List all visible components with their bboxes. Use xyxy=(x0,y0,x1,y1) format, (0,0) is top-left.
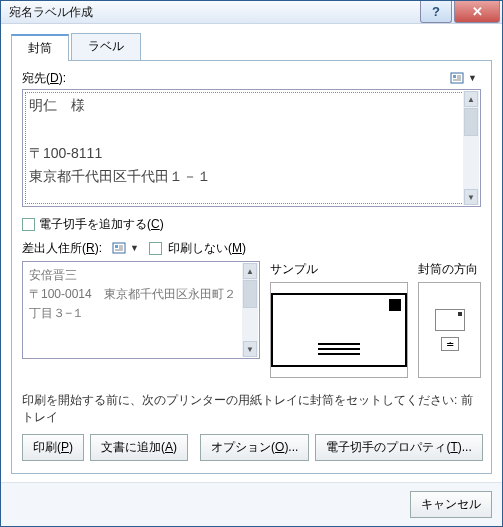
address-book-dropdown[interactable]: ▼ xyxy=(446,69,481,87)
sender-textarea-wrap: 安倍晋三 〒100-0014 東京都千代田区永田町２丁目３−１ ▲ ▼ xyxy=(22,261,260,359)
dialog-window: 宛名ラベル作成 ? ✕ 封筒 ラベル 宛先(D): ▼ xyxy=(0,0,503,527)
tab-envelope[interactable]: 封筒 xyxy=(11,34,69,61)
address-lines-icon xyxy=(318,343,360,355)
chevron-down-icon: ▼ xyxy=(468,73,477,83)
window-title: 宛名ラベル作成 xyxy=(9,4,420,21)
tab-strip: 封筒 ラベル xyxy=(11,33,492,60)
scroll-down-icon[interactable]: ▼ xyxy=(243,341,257,357)
print-button[interactable]: 印刷(P) xyxy=(22,434,84,461)
recipient-label: 宛先(D): xyxy=(22,70,446,87)
estamp-label: 電子切手を追加する(C) xyxy=(39,216,164,233)
estamp-properties-button[interactable]: 電子切手のプロパティ(T)... xyxy=(315,434,482,461)
add-to-document-button[interactable]: 文書に追加(A) xyxy=(90,434,188,461)
feed-direction-icon: ≐ xyxy=(441,337,459,351)
orientation-envelope-icon xyxy=(435,309,465,331)
sample-header: サンプル xyxy=(270,261,408,278)
button-row: 印刷(P) 文書に追加(A) オプション(O)... 電子切手のプロパティ(T)… xyxy=(22,434,481,461)
envelope-icon xyxy=(271,293,407,367)
orientation-preview[interactable]: ≐ xyxy=(418,282,481,378)
close-button[interactable]: ✕ xyxy=(454,1,500,23)
content-area: 封筒 ラベル 宛先(D): ▼ 明仁 様 〒100-8111 東京都千代田区千代… xyxy=(1,24,502,482)
cancel-button[interactable]: キャンセル xyxy=(410,491,492,518)
help-button[interactable]: ? xyxy=(420,1,452,23)
sender-textarea[interactable]: 安倍晋三 〒100-0014 東京都千代田区永田町２丁目３−１ xyxy=(23,262,259,358)
address-book-icon xyxy=(112,241,128,255)
sender-label-row: 差出人住所(R): ▼ 印刷しない(M) xyxy=(22,239,481,257)
recipient-textarea[interactable]: 明仁 様 〒100-8111 東京都千代田区千代田１－１ xyxy=(23,90,480,206)
tab-panel-envelope: 宛先(D): ▼ 明仁 様 〒100-8111 東京都千代田区千代田１－１ ▲ … xyxy=(11,60,492,474)
titlebar-buttons: ? ✕ xyxy=(420,1,502,23)
sender-column: 安倍晋三 〒100-0014 東京都千代田区永田町２丁目３−１ ▲ ▼ xyxy=(22,261,260,378)
scrollbar[interactable]: ▲ ▼ xyxy=(463,91,479,205)
scroll-down-icon[interactable]: ▼ xyxy=(464,189,478,205)
sample-preview[interactable] xyxy=(270,282,408,378)
estamp-checkbox[interactable] xyxy=(22,218,35,231)
sample-group: サンプル xyxy=(270,261,408,378)
options-button[interactable]: オプション(O)... xyxy=(200,434,309,461)
orientation-group: 封筒の方向 ≐ xyxy=(418,261,481,378)
scroll-thumb[interactable] xyxy=(243,280,257,308)
svg-rect-6 xyxy=(115,245,118,248)
titlebar: 宛名ラベル作成 ? ✕ xyxy=(1,1,502,24)
recipient-textarea-wrap: 明仁 様 〒100-8111 東京都千代田区千代田１－１ ▲ ▼ xyxy=(22,89,481,207)
sender-label: 差出人住所(R): xyxy=(22,240,102,257)
scrollbar[interactable]: ▲ ▼ xyxy=(242,263,258,357)
chevron-down-icon: ▼ xyxy=(130,243,139,253)
sender-address-book-dropdown[interactable]: ▼ xyxy=(108,239,143,257)
tab-label[interactable]: ラベル xyxy=(71,33,141,60)
recipient-label-row: 宛先(D): ▼ xyxy=(22,69,481,87)
dialog-footer: キャンセル xyxy=(1,482,502,526)
estamp-row: 電子切手を追加する(C) xyxy=(22,216,481,233)
scroll-thumb[interactable] xyxy=(464,108,478,136)
stamp-icon xyxy=(389,299,401,311)
noprint-label: 印刷しない(M) xyxy=(168,240,246,257)
noprint-checkbox[interactable] xyxy=(149,242,162,255)
svg-rect-1 xyxy=(453,75,456,78)
scroll-up-icon[interactable]: ▲ xyxy=(243,263,257,279)
orientation-header: 封筒の方向 xyxy=(418,261,481,278)
middle-section: 安倍晋三 〒100-0014 東京都千代田区永田町２丁目３−１ ▲ ▼ サンプル xyxy=(22,261,481,378)
address-book-icon xyxy=(450,71,466,85)
scroll-up-icon[interactable]: ▲ xyxy=(464,91,478,107)
printer-note: 印刷を開始する前に、次のプリンターの用紙トレイに封筒をセットしてください: 前ト… xyxy=(22,392,481,426)
